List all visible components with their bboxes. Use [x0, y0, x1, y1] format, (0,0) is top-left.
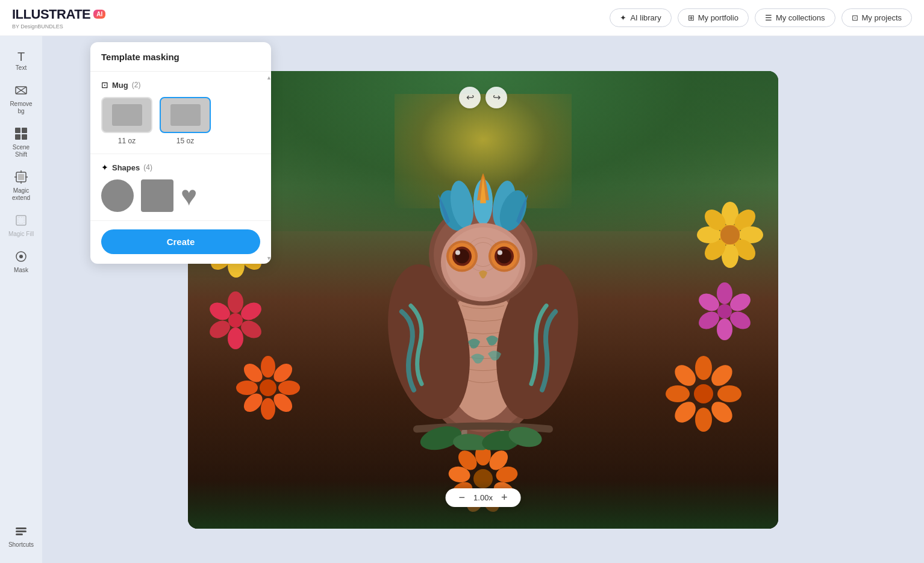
nav-my-projects-label: My projects: [862, 13, 902, 22]
sidebar-item-magic-extend[interactable]: Magic extend: [4, 166, 39, 207]
mug-thumb-11oz[interactable]: [101, 97, 152, 133]
svg-rect-18: [16, 530, 27, 532]
magic-extend-icon: [14, 170, 28, 185]
sidebar-item-mask[interactable]: Mask: [4, 245, 39, 279]
mug-section-count: (2): [132, 81, 141, 89]
mug-thumb-15oz[interactable]: [160, 97, 211, 133]
redo-icon: ↪: [493, 92, 501, 103]
svg-point-55: [720, 225, 740, 244]
mug-label-15oz: 15 oz: [176, 137, 194, 145]
sidebar-item-text[interactable]: T Text: [4, 46, 39, 76]
svg-rect-13: [16, 216, 26, 225]
shape-heart: ♥: [181, 182, 197, 210]
header-nav: ✦ AI library ⊞ My portfolio ☰ My collect…: [610, 8, 912, 27]
mug-icon: ⊡: [101, 80, 108, 90]
shapes-grid: ♥: [101, 179, 260, 212]
scene-shift-icon: [14, 127, 28, 142]
zoom-plus-button[interactable]: +: [496, 491, 513, 504]
sidebar-shortcuts-label: Shortcuts: [8, 541, 34, 549]
svg-point-65: [717, 385, 741, 402]
sidebar-scene-shift-label: Scene Shift: [7, 144, 35, 158]
svg-rect-14: [18, 217, 24, 223]
mug-label-11oz: 11 oz: [118, 137, 136, 145]
nav-ai-library-label: AI library: [630, 13, 661, 22]
nav-ai-library[interactable]: ✦ AI library: [610, 8, 671, 27]
mug-thumb-inner-15oz: [170, 104, 201, 126]
logo-sub: BY DesignBUNDLES: [12, 23, 105, 30]
sidebar-item-remove-bg[interactable]: Remove bg: [4, 79, 39, 120]
scroll-up-icon: ▲: [266, 75, 269, 81]
mug-section-title: Mug: [112, 81, 128, 90]
mug-grid: 11 oz 15 oz: [101, 97, 260, 145]
svg-point-43: [236, 381, 258, 395]
svg-point-69: [666, 385, 690, 402]
svg-point-30: [228, 291, 243, 313]
left-sidebar: T Text Remove bg: [0, 36, 42, 563]
remove-bg-icon: [14, 84, 28, 99]
zoom-controls: − 1.00x +: [446, 488, 521, 507]
sidebar-item-magic-fill[interactable]: Magic Fill: [4, 209, 39, 243]
shapes-section: ✦ Shapes (4) ♥: [90, 154, 271, 221]
sidebar-remove-bg-label: Remove bg: [7, 101, 35, 115]
mug-item-15oz[interactable]: 15 oz: [160, 97, 211, 145]
template-masking-panel: Template masking ▲ ▼ ⊡ Mug (2): [90, 42, 271, 264]
shortcuts-icon: [14, 524, 28, 540]
shapes-section-title: Shapes: [112, 163, 140, 172]
mug-section: ⊡ Mug (2) 11 oz 15 oz: [90, 72, 271, 154]
svg-rect-19: [16, 533, 23, 535]
header: ILLUSTRATE AI BY DesignBUNDLES ✦ AI libr…: [0, 0, 924, 36]
nav-my-collections[interactable]: ☰ My collections: [755, 8, 835, 27]
shape-circle: [101, 179, 134, 212]
main-area: T Text Remove bg: [0, 36, 924, 563]
svg-point-107: [498, 250, 502, 255]
nav-my-projects[interactable]: ⊡ My projects: [841, 8, 912, 27]
mask-icon: [14, 250, 28, 265]
svg-point-56: [717, 282, 732, 304]
sidebar-magic-extend-label: Magic extend: [7, 187, 35, 202]
sidebar-magic-fill-label: Magic Fill: [8, 231, 34, 238]
canvas-image: ↩ ↪: [188, 71, 778, 529]
shape-item-circle[interactable]: [101, 179, 134, 212]
undo-icon: ↩: [466, 92, 474, 103]
sidebar-mask-label: Mask: [14, 267, 28, 274]
undo-button[interactable]: ↩: [459, 87, 481, 108]
mug-item-11oz[interactable]: 11 oz: [101, 97, 152, 145]
svg-point-39: [278, 381, 300, 395]
svg-rect-3: [15, 128, 20, 133]
panel-title: Template masking: [101, 52, 179, 62]
svg-point-45: [260, 379, 276, 396]
collections-icon: ☰: [765, 13, 772, 22]
svg-point-71: [694, 384, 713, 403]
panel-header: Template masking: [90, 42, 271, 72]
zoom-value: 1.00x: [470, 493, 496, 502]
svg-rect-6: [22, 134, 27, 140]
nav-my-collections-label: My collections: [776, 13, 825, 22]
svg-point-63: [695, 356, 712, 380]
canvas-area: ‹ ↩ ↪: [42, 36, 924, 563]
logo-area: ILLUSTRATE AI BY DesignBUNDLES: [12, 7, 105, 30]
svg-rect-4: [22, 128, 27, 133]
redo-button[interactable]: ↪: [485, 87, 507, 108]
shapes-section-count: (4): [143, 163, 152, 172]
logo-text: ILLUSTRATE: [12, 7, 90, 22]
sidebar-item-shortcuts[interactable]: Shortcuts: [4, 520, 39, 553]
svg-point-67: [695, 408, 712, 432]
canvas-controls: ↩ ↪: [459, 87, 507, 108]
create-btn-wrap: Create: [90, 221, 271, 264]
create-button[interactable]: Create: [101, 229, 260, 254]
svg-point-102: [455, 250, 460, 255]
mug-thumb-inner-11oz: [112, 104, 142, 126]
shapes-section-header: ✦ Shapes (4): [101, 163, 260, 172]
svg-point-36: [228, 313, 243, 328]
svg-point-16: [19, 255, 23, 258]
zoom-minus-button[interactable]: −: [454, 491, 470, 504]
scroll-down-icon: ▼: [266, 255, 269, 261]
mug-section-header: ⊡ Mug (2): [101, 80, 260, 90]
nav-my-portfolio[interactable]: ⊞ My portfolio: [678, 8, 749, 27]
sidebar-item-scene-shift[interactable]: Scene Shift: [4, 122, 39, 163]
projects-icon: ⊡: [852, 13, 858, 22]
sidebar-text-label: Text: [16, 64, 27, 72]
shape-item-square[interactable]: [141, 179, 173, 212]
shape-item-heart[interactable]: ♥: [181, 182, 197, 210]
shape-square: [141, 179, 173, 212]
